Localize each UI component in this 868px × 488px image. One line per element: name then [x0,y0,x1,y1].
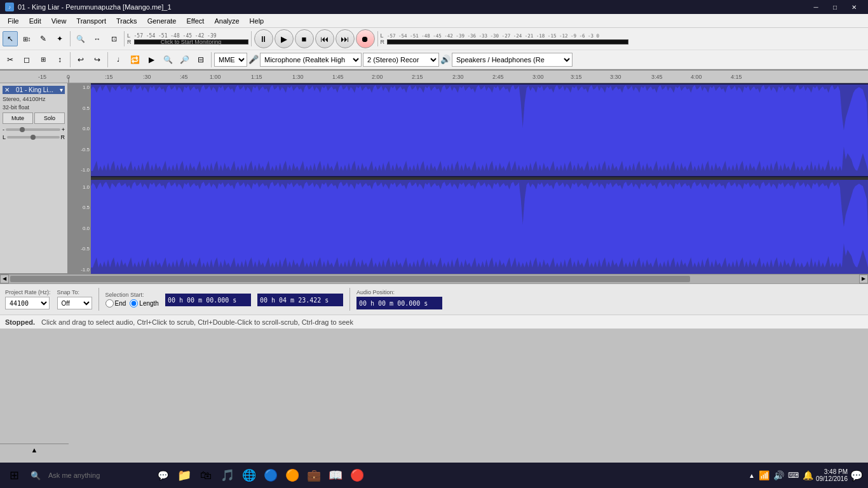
redo-button[interactable]: ↪ [90,52,105,67]
menu-generate[interactable]: Generate [142,14,182,28]
zoom-sel-button[interactable]: ⊞ [36,52,51,67]
zoom-out-icon[interactable]: ↔ [90,31,105,46]
audio-position-input[interactable] [356,297,442,309]
tray-keyboard-icon[interactable]: ⌨ [788,471,799,480]
time-display[interactable]: 3:48 PM 09/12/2016 [816,468,848,482]
app-icon-1[interactable]: 🟠 [283,466,301,484]
minimize-button[interactable]: ─ [807,0,825,14]
snap-select[interactable]: Off [57,297,92,309]
timeline-ruler: -15 0 :15 :30 :45 1:00 1:15 1:30 1:45 2:… [0,71,868,83]
menu-tracks[interactable]: Tracks [111,14,142,28]
input-scale: -57 -54 -51 -48 -45 -42 -39 [134,33,248,39]
pan-slider[interactable] [7,136,59,139]
output-meter-label: LR [381,32,385,45]
menu-edit[interactable]: Edit [24,14,46,28]
selection-tool-button[interactable]: ↖ [3,31,18,46]
zoom-in2-button[interactable]: 🔍 [160,52,175,67]
tray-network-icon[interactable]: 📶 [759,470,770,480]
rewind-button[interactable]: ⏮ [315,29,334,48]
waveform-area[interactable]: 1.0 0.5 0.0 -0.5 -1.0 1.0 0.5 0.0 -0.5 -… [69,83,868,274]
svg-text::15: :15 [105,74,113,80]
play-button[interactable]: ▶ [275,29,294,48]
project-rate-select[interactable]: 44100 [5,297,50,309]
selection-radio-group: End Length [105,299,159,308]
menu-effect[interactable]: Effect [182,14,210,28]
channels-select[interactable]: 2 (Stereo) Recor [363,53,439,67]
selection-end-value-group [257,292,343,306]
zoom-in-button[interactable]: ⊞↕ [19,31,34,46]
clock-date: 09/12/2016 [816,475,848,482]
multitool-button[interactable]: ✦ [52,31,67,46]
separator-5 [70,52,71,67]
project-rate-group: Project Rate (Hz): 44100 [5,289,51,309]
forward-button[interactable]: ⏭ [336,29,355,48]
record-button[interactable]: ⏺ [356,29,375,48]
status-bar: Stopped. Click and drag to select audio,… [0,315,868,329]
scroll-track[interactable] [9,274,859,283]
tray-up-arrow[interactable]: ▲ [749,472,755,479]
fit-icon[interactable]: ⊡ [106,31,121,46]
task-view-icon[interactable]: 💬 [154,466,172,484]
maximize-button[interactable]: □ [826,0,844,14]
tray-notification-icon[interactable]: 🔔 [803,470,813,480]
media-icon[interactable]: 🎵 [219,466,236,484]
svg-text:1:00: 1:00 [210,74,221,80]
output-device-select[interactable]: Speakers / Headphones (Re [452,53,573,67]
length-radio[interactable] [130,299,138,308]
menu-analyze[interactable]: Analyze [209,14,244,28]
end-radio[interactable] [105,299,114,308]
menu-view[interactable]: View [46,14,72,28]
gain-slider[interactable] [6,128,60,131]
loop-button[interactable]: 🔁 [127,52,142,67]
length-radio-label[interactable]: Length [130,299,159,308]
trim-button[interactable]: ✂ [3,52,18,67]
menu-transport[interactable]: Transport [71,14,111,28]
output-icon: 🔊 [440,55,451,64]
menu-help[interactable]: Help [245,14,269,28]
selection-end-input[interactable] [257,294,343,306]
svg-text:4:00: 4:00 [691,74,702,80]
search-input[interactable] [48,471,150,479]
action-center-icon[interactable]: 💬 [850,470,863,482]
menu-file[interactable]: File [3,14,24,28]
input-device-select[interactable]: Microphone (Realtek High [260,53,362,67]
scale-bot-n05: -0.5 [70,246,90,252]
track-menu-arrow[interactable]: ▾ [60,86,63,93]
separator-6 [107,52,108,67]
app-icon-3[interactable]: 📖 [327,466,344,484]
scroll-thumb[interactable] [10,276,690,282]
zoom-norm-button[interactable]: ⊟ [193,52,208,67]
pause-button[interactable]: ⏸ [254,29,273,48]
solo-button[interactable]: Solo [34,112,65,124]
draw-tool-button[interactable]: ✎ [36,31,51,46]
silence-button[interactable]: ◻ [19,52,34,67]
track-collapse[interactable]: ▲ [0,444,69,455]
beat-button[interactable]: ♩ [111,52,126,67]
selection-start-input[interactable] [165,294,251,306]
gain-max-label: + [62,126,65,133]
pan-left-label: L [3,134,6,140]
store-icon[interactable]: 🛍 [197,466,215,484]
close-button[interactable]: ✕ [845,0,863,14]
app-icon-4[interactable]: 🔴 [348,466,366,484]
undo-button[interactable]: ↩ [73,52,88,67]
edge-icon[interactable]: 🌐 [240,466,258,484]
play-cut-button[interactable]: ▶ [144,52,159,67]
chrome-icon[interactable]: 🔵 [262,466,280,484]
end-radio-label[interactable]: End [105,299,126,308]
zoom-fit-button[interactable]: ↕ [52,52,67,67]
app-icon-2[interactable]: 💼 [305,466,323,484]
scroll-left-button[interactable]: ◀ [0,274,9,283]
start-button[interactable]: ⊞ [5,466,23,484]
tray-volume-icon[interactable]: 🔊 [773,470,784,480]
mute-button[interactable]: Mute [3,112,33,124]
close-track-button[interactable]: ✕ [4,86,10,93]
file-explorer-icon[interactable]: 📁 [175,466,193,484]
host-select[interactable]: MME [214,53,247,67]
monitoring-label[interactable]: Click to Start Monitoring [135,39,247,45]
selection-start-label: Selection Start: [105,292,159,298]
zoom-out2-button[interactable]: 🔎 [177,52,192,67]
zoom-in-icon[interactable]: 🔍 [73,31,88,46]
scroll-right-button[interactable]: ▶ [859,274,868,283]
stop-button[interactable]: ■ [295,29,314,48]
